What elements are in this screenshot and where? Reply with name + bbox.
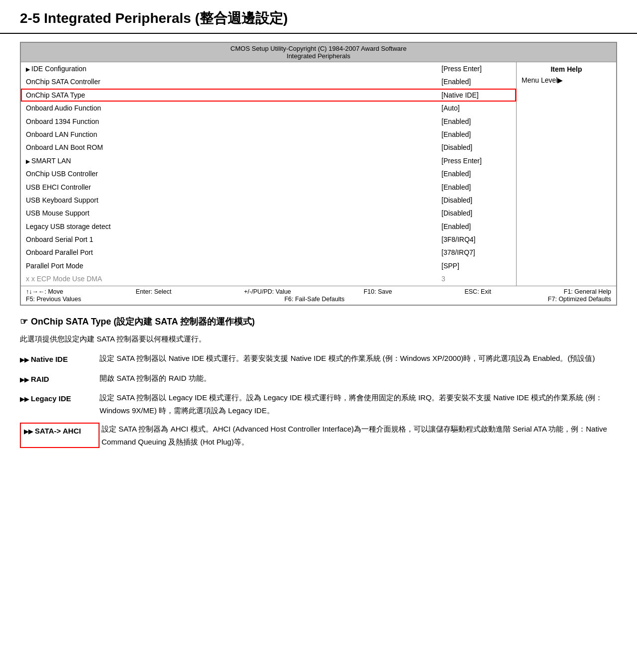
footer-item-r1-0: ↑↓→←: Move (26, 288, 63, 295)
bios-row-serial-port[interactable]: Onboard Serial Port 1[3F8/IRQ4] (21, 233, 516, 246)
bios-row-label-ecp-dma: x ECP Mode Use DMA (26, 273, 441, 284)
bios-row-onchip-sata-ctrl[interactable]: OnChip SATA Controller[Enabled] (21, 75, 516, 88)
desc-item-sata-ahci: ▶▶ SATA-> AHCI設定 SATA 控制器為 AHCI 模式。AHCI … (20, 423, 617, 448)
bios-row-label-smart-lan: SMART LAN (26, 155, 441, 166)
bios-row-label-legacy-usb: Legacy USB storage detect (26, 221, 441, 232)
bios-screen: CMOS Setup Utility-Copyright (C) 1984-20… (20, 42, 617, 306)
bios-row-value-onchip-sata-ctrl: [Enabled] (441, 76, 511, 87)
desc-items: ▶▶ Native IDE設定 SATA 控制器以 Native IDE 模式運… (20, 352, 617, 448)
bios-row-parallel-port[interactable]: Onboard Parallel Port[378/IRQ7] (21, 246, 516, 259)
page-header: 2-5 Integrated Peripherals (整合週邊設定) (0, 0, 637, 34)
description-section: ☞ OnChip SATA Type (設定內建 SATA 控制器的運作模式) … (0, 316, 637, 469)
bios-sidebar-content: Menu Level▶ (522, 76, 611, 84)
bios-footer-row2: F5: Previous ValuesF6: Fail-Safe Default… (26, 296, 611, 303)
desc-item-arrow-raid: ▶▶ (20, 375, 29, 385)
bios-row-value-onboard-audio: [Auto] (441, 103, 511, 113)
footer-item-r1-4: ESC: Exit (464, 288, 491, 295)
bios-row-value-onchip-sata-type: [Native IDE] (441, 90, 511, 101)
bios-row-label-onboard-audio: Onboard Audio Function (26, 103, 441, 113)
bios-title-line2: Integrated Peripherals (21, 52, 616, 60)
desc-item-legacy-ide: ▶▶ Legacy IDE設定 SATA 控制器以 Legacy IDE 模式運… (20, 391, 617, 417)
bios-row-value-ide-config: [Press Enter] (441, 63, 511, 74)
bios-sidebar: Item Help Menu Level▶ (517, 62, 616, 286)
desc-item-label-text-legacy-ide: Legacy IDE (31, 392, 71, 405)
footer-item-r1-2: +/-/PU/PD: Value (244, 288, 291, 295)
bios-row-usb-ehci[interactable]: USB EHCI Controller[Enabled] (21, 181, 516, 194)
bios-row-label-onchip-sata-type: OnChip SATA Type (26, 90, 441, 101)
desc-item-label-text-sata-ahci: SATA-> AHCI (35, 425, 81, 438)
bios-row-value-onboard-lan-boot: [Disabled] (441, 142, 511, 153)
bios-row-parallel-mode[interactable]: Parallel Port Mode[SPP] (21, 259, 516, 272)
bios-body: IDE Configuration[Press Enter]OnChip SAT… (21, 62, 616, 286)
bios-footer: ↑↓→←: MoveEnter: Select+/-/PU/PD: ValueF… (21, 286, 616, 305)
desc-item-label-native-ide: ▶▶ Native IDE (20, 352, 100, 366)
footer-item-r1-5: F1: General Help (564, 288, 611, 295)
footer-item-r1-1: Enter: Select (136, 288, 172, 295)
desc-item-label-sata-ahci: ▶▶ SATA-> AHCI (20, 423, 100, 448)
bios-row-label-ide-config: IDE Configuration (26, 63, 441, 74)
bios-row-onboard-audio[interactable]: Onboard Audio Function[Auto] (21, 102, 516, 114)
desc-item-arrow-native-ide: ▶▶ (20, 355, 29, 365)
page-title: 2-5 Integrated Peripherals (整合週邊設定) (20, 9, 617, 28)
bios-sidebar-title: Item Help (522, 65, 611, 73)
desc-item-label-text-native-ide: Native IDE (31, 353, 68, 366)
desc-intro: 此選項提供您設定內建 SATA 控制器要以何種模式運行。 (20, 333, 617, 345)
desc-item-text-sata-ahci: 設定 SATA 控制器為 AHCI 模式。AHCI (Advanced Host… (102, 423, 617, 448)
desc-item-raid: ▶▶ RAID開啟 SATA 控制器的 RAID 功能。 (20, 372, 617, 386)
bios-row-ide-config[interactable]: IDE Configuration[Press Enter] (21, 62, 516, 75)
bios-title-line1: CMOS Setup Utility-Copyright (C) 1984-20… (21, 45, 616, 52)
bios-row-ecp-dma[interactable]: x ECP Mode Use DMA3 (21, 272, 516, 285)
bios-row-label-onboard-lan: Onboard LAN Function (26, 129, 441, 140)
desc-item-text-raid: 開啟 SATA 控制器的 RAID 功能。 (100, 372, 617, 386)
bios-row-value-ecp-dma: 3 (441, 273, 511, 284)
bios-row-value-legacy-usb: [Enabled] (441, 221, 511, 232)
bios-row-label-usb-ehci: USB EHCI Controller (26, 182, 441, 193)
footer-item-r2-2: F6: Fail-Safe Defaults (284, 296, 344, 303)
bios-title: CMOS Setup Utility-Copyright (C) 1984-20… (21, 43, 616, 62)
bios-row-value-onboard-lan: [Enabled] (441, 129, 511, 140)
bios-row-label-onboard-lan-boot: Onboard LAN Boot ROM (26, 142, 441, 153)
bios-row-label-serial-port: Onboard Serial Port 1 (26, 234, 441, 245)
desc-heading-arrow: ☞ (20, 316, 28, 327)
desc-item-text-native-ide: 設定 SATA 控制器以 Native IDE 模式運行。若要安裝支援 Nati… (100, 352, 617, 366)
bios-row-label-onboard-1394: Onboard 1394 Function (26, 116, 441, 127)
bios-row-label-onchip-sata-ctrl: OnChip SATA Controller (26, 76, 441, 87)
bios-row-value-parallel-port: [378/IRQ7] (441, 247, 511, 258)
bios-main-panel: IDE Configuration[Press Enter]OnChip SAT… (21, 62, 517, 286)
bios-row-value-onboard-1394: [Enabled] (441, 116, 511, 127)
footer-item-r2-4: F7: Optimized Defaults (548, 296, 611, 303)
footer-item-r2-0: F5: Previous Values (26, 296, 81, 303)
bios-footer-row1: ↑↓→←: MoveEnter: Select+/-/PU/PD: ValueF… (26, 288, 611, 295)
footer-item-r2-1 (96, 296, 270, 303)
desc-item-arrow-legacy-ide: ▶▶ (20, 394, 29, 404)
bios-row-value-usb-ehci: [Enabled] (441, 182, 511, 193)
footer-item-r1-3: F10: Save (364, 288, 392, 295)
bios-row-smart-lan[interactable]: SMART LAN[Press Enter] (21, 154, 516, 167)
desc-item-label-text-raid: RAID (31, 373, 49, 386)
desc-item-native-ide: ▶▶ Native IDE設定 SATA 控制器以 Native IDE 模式運… (20, 352, 617, 366)
bios-row-value-parallel-mode: [SPP] (441, 260, 511, 271)
desc-item-label-legacy-ide: ▶▶ Legacy IDE (20, 391, 100, 417)
bios-row-value-smart-lan: [Press Enter] (441, 155, 511, 166)
bios-row-onboard-lan[interactable]: Onboard LAN Function[Enabled] (21, 128, 516, 141)
bios-row-label-parallel-port: Onboard Parallel Port (26, 247, 441, 258)
bios-row-onboard-1394[interactable]: Onboard 1394 Function[Enabled] (21, 115, 516, 128)
bios-row-usb-mouse[interactable]: USB Mouse Support[Disabled] (21, 207, 516, 220)
bios-row-onchip-sata-type[interactable]: OnChip SATA Type[Native IDE] (21, 89, 516, 102)
bios-row-label-usb-mouse: USB Mouse Support (26, 208, 441, 219)
bios-row-value-usb-mouse: [Disabled] (441, 208, 511, 219)
footer-item-r2-3 (359, 296, 533, 303)
bios-row-value-usb-keyboard: [Disabled] (441, 195, 511, 206)
bios-row-legacy-usb[interactable]: Legacy USB storage detect[Enabled] (21, 220, 516, 233)
desc-item-text-legacy-ide: 設定 SATA 控制器以 Legacy IDE 模式運行。設為 Legacy I… (100, 391, 617, 417)
bios-row-onchip-usb-ctrl[interactable]: OnChip USB Controller[Enabled] (21, 167, 516, 180)
bios-row-onboard-lan-boot[interactable]: Onboard LAN Boot ROM[Disabled] (21, 141, 516, 154)
bios-row-usb-keyboard[interactable]: USB Keyboard Support[Disabled] (21, 194, 516, 207)
desc-item-arrow-sata-ahci: ▶▶ (24, 427, 33, 437)
desc-item-label-raid: ▶▶ RAID (20, 372, 100, 386)
bios-row-label-usb-keyboard: USB Keyboard Support (26, 195, 441, 206)
menu-level-label: Menu Level▶ (522, 76, 563, 84)
desc-heading: ☞ OnChip SATA Type (設定內建 SATA 控制器的運作模式) (20, 316, 617, 328)
bios-row-label-parallel-mode: Parallel Port Mode (26, 260, 441, 271)
bios-row-value-serial-port: [3F8/IRQ4] (441, 234, 511, 245)
